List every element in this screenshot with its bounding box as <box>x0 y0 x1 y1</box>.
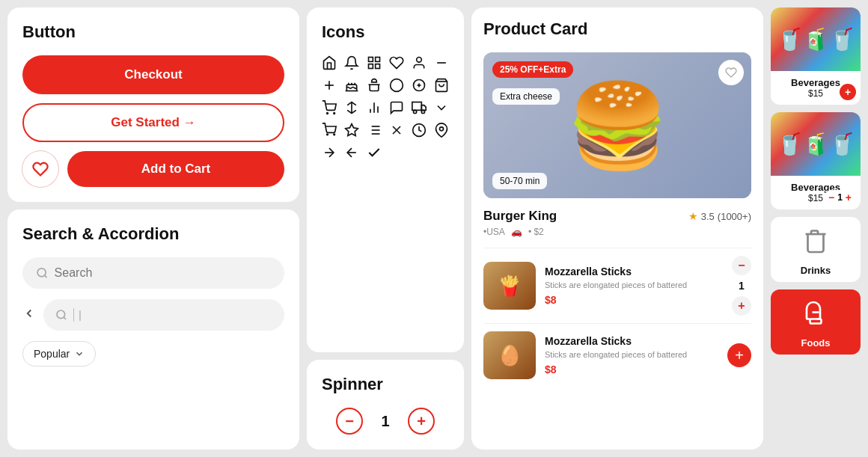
beverages-card-1-image: 🥤🧃🥤 <box>771 7 861 71</box>
scale-icon[interactable] <box>344 100 359 115</box>
search-accordion-row: | <box>22 299 284 331</box>
rating-value: 3.5 <box>701 211 715 222</box>
svg-point-12 <box>327 113 328 114</box>
svg-point-0 <box>37 269 46 277</box>
menu-item-2-price: $8 <box>545 364 718 375</box>
restaurant-country: •USA <box>483 227 505 237</box>
x-icon[interactable] <box>389 123 404 138</box>
svg-point-21 <box>421 110 424 113</box>
bag-icon[interactable] <box>434 78 449 93</box>
home-icon[interactable] <box>322 55 337 70</box>
menu-item-1-name: Mozzarella Sticks <box>545 266 723 277</box>
heart-button[interactable] <box>22 151 58 187</box>
location-icon[interactable] <box>434 123 449 138</box>
svg-marker-22 <box>346 124 358 136</box>
chevron-down-icon2[interactable] <box>434 100 449 115</box>
shopping-cart2-icon[interactable] <box>322 123 337 138</box>
chevron-left-button[interactable] <box>22 307 36 324</box>
beverages-card-1[interactable]: 🥤🧃🥤 + Beverages $15 <box>771 7 861 105</box>
star-icon: ★ <box>688 210 698 222</box>
svg-rect-5 <box>369 64 373 69</box>
user-icon[interactable] <box>412 55 427 70</box>
chart-icon[interactable] <box>367 100 382 115</box>
bell-icon[interactable] <box>344 55 359 70</box>
hero-heart-icon <box>725 67 737 79</box>
svg-point-13 <box>334 113 335 114</box>
beverages-card-2[interactable]: 🥤🧃🥤 − 1 + Beverages $15 <box>771 112 861 209</box>
svg-point-6 <box>417 58 422 63</box>
foods-icon <box>802 300 829 333</box>
add-to-cart-button[interactable]: Add to Cart <box>67 151 284 187</box>
clock-icon[interactable] <box>412 123 427 138</box>
svg-rect-18 <box>412 102 422 111</box>
menu-item-1-qty: 1 <box>739 280 745 292</box>
chat-icon[interactable] <box>389 100 404 115</box>
beverages-card-1-add[interactable]: + <box>840 84 856 100</box>
accordion-search-icon <box>55 309 67 321</box>
arrow-right-icon[interactable] <box>322 145 337 160</box>
search-bar <box>22 257 284 289</box>
heart-icon <box>32 161 49 177</box>
plus-icon[interactable] <box>322 78 337 93</box>
heart-outline-icon[interactable] <box>389 55 404 70</box>
svg-rect-4 <box>376 64 380 69</box>
rating-count: (1000+) <box>718 211 751 222</box>
menu-item-2-info: Mozzarella Sticks Sticks are elongated p… <box>545 335 718 375</box>
restaurant-meta: •USA 🚗 • $2 <box>483 227 751 237</box>
extra-cheese-badge: Extra cheese <box>492 88 560 105</box>
cart-icon[interactable] <box>322 100 337 115</box>
cake-icon[interactable] <box>344 78 359 93</box>
product-sidebar: 🥤🧃🥤 + Beverages $15 🥤🧃🥤 − 1 + Beverages … <box>771 7 861 450</box>
menu-item-2-name: Mozzarella Sticks <box>545 335 718 347</box>
menu-item-1-desc: Sticks are elongated pieces of battered <box>545 280 723 290</box>
arrow-left-icon[interactable] <box>344 145 359 160</box>
popular-filter-button[interactable]: Popular <box>22 341 96 366</box>
chevron-down-icon <box>74 349 85 359</box>
beverages-card-2-image: 🥤🧃🥤 <box>771 112 861 176</box>
menu-item-1-minus[interactable]: − <box>732 256 751 275</box>
search-accordion-title: Search & Accordion <box>22 224 284 244</box>
foods-card[interactable]: Foods <box>771 289 861 355</box>
burger-emoji: 🍔 <box>566 85 669 167</box>
menu-item-1-info: Mozzarella Sticks Sticks are elongated p… <box>545 266 723 306</box>
discount-badge: 25% OFF+Extra <box>492 61 573 78</box>
chevron-left-icon <box>22 307 36 320</box>
search-icon <box>36 266 49 280</box>
trash-icon <box>802 227 829 260</box>
checkout-button[interactable]: Checkout <box>22 55 284 94</box>
svg-rect-35 <box>810 319 822 324</box>
truck-icon[interactable] <box>412 100 427 115</box>
restaurant-name: Burger King <box>483 209 557 224</box>
foods-label: Foods <box>801 337 831 349</box>
menu-item-2-add[interactable]: + <box>727 343 751 367</box>
spinner-controls: − 1 + <box>322 408 449 435</box>
spinner-increment-button[interactable]: + <box>408 408 435 435</box>
delivery-icon-small: 🚗 <box>511 227 522 237</box>
list-icon[interactable] <box>367 123 382 138</box>
menu-item-1-image: 🍟 <box>483 262 536 310</box>
restaurant-row: Burger King ★ 3.5 (1000+) <box>483 209 751 224</box>
spinner-decrement-button[interactable]: − <box>336 408 363 435</box>
icons-grid <box>322 55 449 160</box>
svg-marker-19 <box>421 105 426 111</box>
menu-item-1-plus[interactable]: + <box>732 296 751 316</box>
check-icon[interactable] <box>367 145 382 160</box>
svg-point-20 <box>414 110 417 113</box>
delivery-bell-icon[interactable] <box>412 78 427 93</box>
bucket-icon[interactable] <box>389 78 404 93</box>
cooking-icon[interactable] <box>367 78 382 93</box>
accordion-search-field[interactable]: | <box>43 299 284 331</box>
get-started-button[interactable]: Get Started → <box>22 103 284 142</box>
beverages-card-2-plus[interactable]: + <box>844 191 853 203</box>
drinks-card[interactable]: Drinks <box>771 217 861 282</box>
beverages-card-2-minus[interactable]: − <box>827 191 836 203</box>
menu-item-1: 🍟 Mozzarella Sticks Sticks are elongated… <box>483 248 751 323</box>
spinner-section-title: Spinner <box>322 375 449 394</box>
hero-heart-button[interactable] <box>718 60 744 85</box>
star-icon[interactable] <box>344 123 359 138</box>
grid-icon[interactable] <box>367 55 382 70</box>
beverages-card-2-qty: 1 <box>837 192 843 203</box>
minus-icon[interactable] <box>434 55 449 70</box>
search-input[interactable] <box>55 266 271 280</box>
menu-item-1-controls: − 1 + <box>732 256 751 316</box>
